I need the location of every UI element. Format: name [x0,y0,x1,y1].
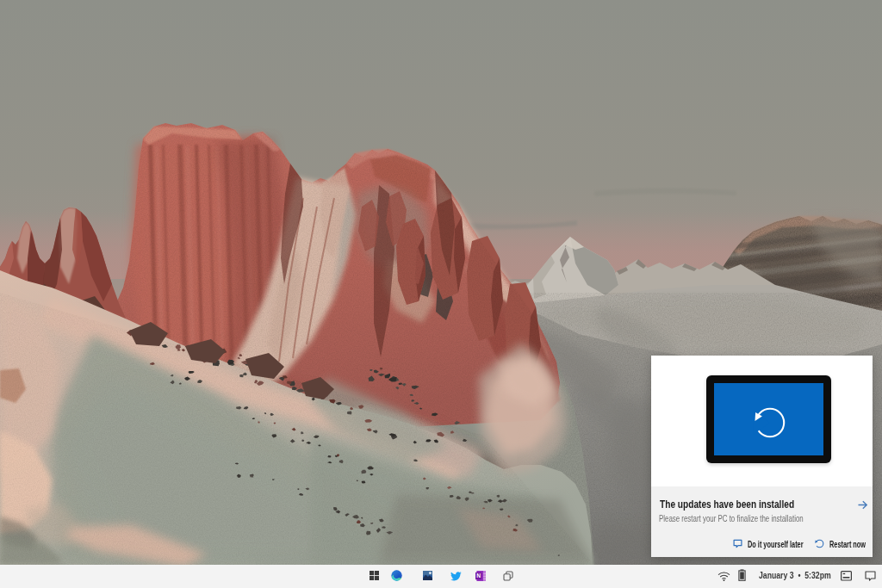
svg-text:N: N [476,573,481,579]
